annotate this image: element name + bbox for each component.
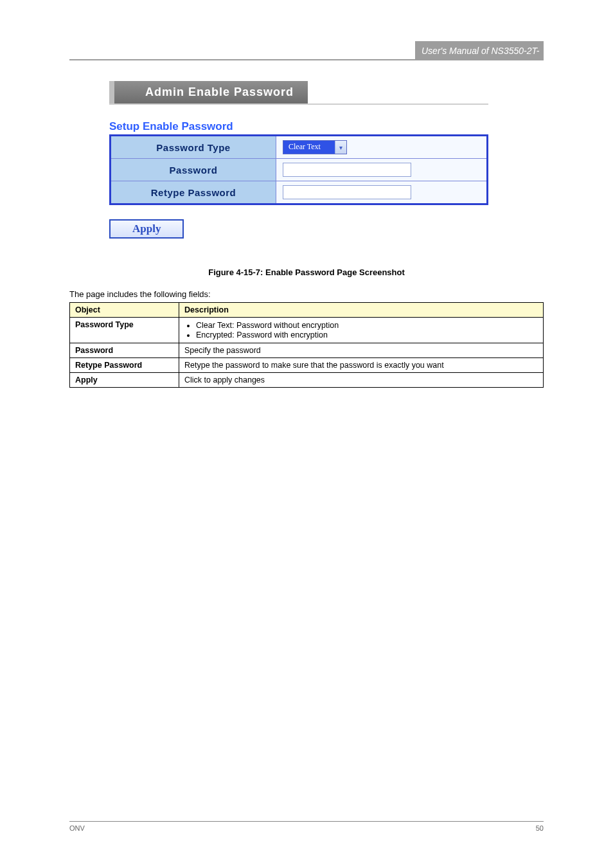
panel-header: Admin Enable Password <box>109 81 488 105</box>
retype-password-input[interactable] <box>283 185 411 199</box>
desc-head-description: Description <box>179 303 544 318</box>
description-table: Object Description Password Type Clear T… <box>69 302 544 388</box>
cell-password <box>276 159 488 181</box>
desc-cell: Clear Text: Password without encryption … <box>179 318 544 343</box>
page-header: User's Manual of NS3550-2T-8S <box>69 41 544 60</box>
desc-row: Retype Password Retype the password to m… <box>70 358 544 373</box>
desc-cell: Click to apply changes <box>179 373 544 388</box>
label-password-type: Password Type <box>111 136 276 159</box>
row-password: Password <box>111 159 488 181</box>
description-table-wrap: Object Description Password Type Clear T… <box>69 302 544 388</box>
desc-sub-item: Clear Text: Password without encryption <box>196 321 538 330</box>
apply-button[interactable]: Apply <box>109 219 184 239</box>
config-panel: Admin Enable Password Setup Enable Passw… <box>109 81 488 239</box>
figure-caption: Figure 4-15-7: Enable Password Page Scre… <box>0 267 613 277</box>
desc-sublist: Clear Text: Password without encryption … <box>184 321 538 339</box>
password-type-select[interactable]: Clear Text ▾ <box>283 140 347 154</box>
desc-obj: Apply <box>70 373 179 388</box>
desc-head-object: Object <box>70 303 179 318</box>
label-password: Password <box>111 159 276 181</box>
panel-header-accent <box>109 81 114 104</box>
desc-intro: The page includes the following fields: <box>69 289 211 299</box>
panel-title: Admin Enable Password <box>114 81 308 104</box>
password-form-table: Password Type Clear Text ▾ Password Rety… <box>109 134 488 205</box>
footer-left: ONV <box>69 824 85 832</box>
page-footer: ONV 50 <box>69 821 544 832</box>
desc-row: Apply Click to apply changes <box>70 373 544 388</box>
desc-head-row: Object Description <box>70 303 544 318</box>
desc-cell: Specify the password <box>179 343 544 358</box>
manual-title: User's Manual of NS3550-2T-8S <box>415 41 544 60</box>
label-retype: Retype Password <box>111 181 276 204</box>
cell-retype <box>276 181 488 204</box>
desc-row: Password Specify the password <box>70 343 544 358</box>
desc-sub-item: Encrypted: Password with encryption <box>196 330 538 339</box>
desc-obj: Retype Password <box>70 358 179 373</box>
chevron-down-icon: ▾ <box>335 141 346 154</box>
row-retype: Retype Password <box>111 181 488 204</box>
cell-password-type: Clear Text ▾ <box>276 136 488 159</box>
desc-cell: Retype the password to make sure that th… <box>179 358 544 373</box>
row-password-type: Password Type Clear Text ▾ <box>111 136 488 159</box>
section-title: Setup Enable Password <box>109 120 488 133</box>
desc-obj: Password <box>70 343 179 358</box>
desc-obj: Password Type <box>70 318 179 343</box>
password-type-selected: Clear Text <box>283 141 335 154</box>
password-input[interactable] <box>283 163 411 177</box>
footer-page-number: 50 <box>536 824 544 832</box>
desc-row: Password Type Clear Text: Password witho… <box>70 318 544 343</box>
